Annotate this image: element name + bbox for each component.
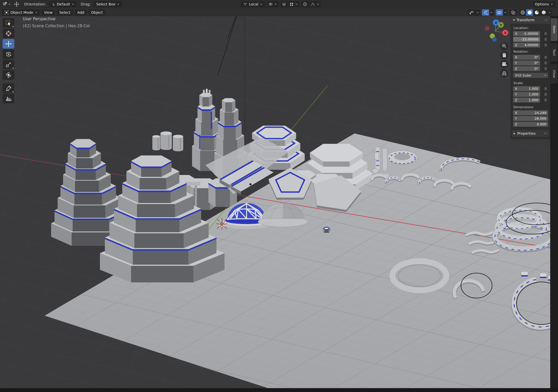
lock-icon[interactable] (544, 87, 547, 90)
proportional-falloff-dropdown[interactable] (309, 1, 321, 7)
select-box-icon (5, 20, 12, 26)
lock-icon[interactable] (544, 98, 547, 102)
options-dropdown[interactable]: Options (533, 1, 555, 7)
svg-text:Z: Z (495, 21, 497, 25)
shading-mode-group (519, 9, 552, 16)
transform-panel-title: Transform (516, 18, 535, 22)
tool-scale[interactable] (3, 60, 14, 69)
material-preview-icon (534, 10, 539, 15)
snap-settings-dropdown[interactable] (288, 1, 299, 7)
chevron-down-icon (477, 12, 479, 13)
selectability-eye-icon (469, 11, 474, 15)
lock-icon[interactable] (544, 93, 547, 96)
active-tool-move-icon[interactable] (14, 1, 19, 7)
sidebar-item-panel: ▼ Transform Location: X -5.00000 -33.000… (511, 16, 550, 139)
menu-object[interactable]: Object (89, 9, 106, 16)
menu-add[interactable]: Add (75, 9, 87, 16)
scale-y-field[interactable]: Y1.000 (513, 92, 540, 97)
axis-z-ball[interactable]: Z (493, 19, 499, 26)
lock-icon[interactable] (544, 56, 547, 59)
tool-settings-bar: Orientation: Default Drag: Select Box (0, 0, 558, 8)
pivot-point-dropdown[interactable] (267, 1, 278, 7)
collapse-triangle-icon: ▼ (513, 19, 515, 21)
dimensions-x-row: X24.249 (513, 110, 550, 115)
scale-z-field[interactable]: Z1.000 (513, 98, 540, 103)
rotation-x-field[interactable]: X0° (513, 55, 540, 60)
rotation-mode-dropdown[interactable]: XYZ Euler (513, 73, 548, 78)
drag-dropdown[interactable]: Select Box (94, 1, 122, 7)
lock-icon[interactable] (544, 43, 547, 47)
tool-measure[interactable] (3, 94, 14, 103)
axis-neg-z-ball[interactable] (492, 37, 497, 42)
transform-orientation-dropdown[interactable]: Local (241, 1, 265, 7)
chevron-down-icon (551, 3, 553, 5)
snap-increment-icon (290, 2, 294, 6)
proportional-editing-toggle[interactable] (301, 1, 309, 7)
scale-x-field[interactable]: X1.000 (513, 86, 540, 91)
tool-move[interactable] (3, 39, 14, 49)
editor-type-button[interactable] (2, 2, 11, 7)
shading-rendered-button[interactable] (540, 9, 547, 16)
tool-cursor[interactable] (3, 29, 14, 38)
lock-icon[interactable] (544, 38, 547, 41)
dimensions-z-row: Z4.000 (513, 122, 550, 127)
navigation-gizmo[interactable]: Y Z X (480, 17, 514, 82)
visibility-dropdown[interactable] (468, 9, 480, 16)
shading-dropdown[interactable] (547, 9, 552, 16)
panel-drag-dots-icon[interactable] (544, 132, 547, 134)
tool-annotate[interactable] (3, 83, 14, 93)
chevron-down-icon (504, 12, 506, 13)
dimensions-label: Dimensions: (513, 105, 550, 109)
pan-button[interactable] (500, 51, 508, 59)
svg-text:X: X (504, 31, 507, 35)
snap-toggle-button[interactable] (281, 1, 288, 7)
axis-neg-x-ball[interactable] (485, 26, 489, 31)
sidebar-tab-tool[interactable]: Tool (551, 43, 557, 62)
tool-select-box[interactable] (3, 18, 14, 28)
viewport-header: Object Mode View Select Add Object (0, 9, 558, 16)
orientation-dropdown[interactable]: Default (49, 1, 77, 7)
chevron-down-icon (295, 3, 298, 5)
panel-drag-dots-icon[interactable] (544, 19, 548, 21)
tool-rotate[interactable] (3, 49, 14, 59)
chevron-down-icon (117, 3, 119, 5)
dimensions-y-field[interactable]: Y28.000 (513, 116, 548, 121)
axis-x-ball[interactable]: X (502, 30, 508, 36)
scale-y-row: Y1.000 (513, 92, 550, 97)
rotation-z-field[interactable]: Z0° (513, 66, 540, 71)
camera-view-button[interactable] (500, 60, 508, 69)
lock-icon[interactable] (544, 61, 547, 65)
chevron-down-icon (548, 12, 551, 13)
shading-solid-button[interactable] (526, 9, 533, 16)
properties-panel-header[interactable]: ▶ Properties (512, 130, 549, 137)
location-label: Location: (513, 26, 550, 30)
tool-transform[interactable] (3, 70, 14, 80)
dimensions-z-field[interactable]: Z4.000 (513, 122, 548, 127)
location-y-field[interactable]: -33.00000 (513, 37, 540, 42)
mode-dropdown[interactable]: Object Mode (2, 9, 40, 16)
shading-wireframe-button[interactable] (519, 9, 526, 16)
rotation-y-row: Y0° (513, 60, 550, 65)
sidebar-tab-view[interactable]: View (551, 64, 557, 84)
transform-panel-header[interactable]: ▼ Transform (511, 16, 550, 24)
sidebar-tab-item[interactable]: Item (551, 18, 557, 41)
location-x-field[interactable]: X -5.00000 (513, 31, 540, 36)
dimensions-x-field[interactable]: X24.249 (513, 110, 548, 115)
lock-icon[interactable] (544, 67, 547, 70)
active-object-text: (42) Scene Collection | Hex-28-Col (23, 24, 90, 28)
location-z-field[interactable]: Z 4.00000 (513, 43, 540, 48)
chevron-down-icon (275, 3, 277, 5)
menu-view[interactable]: View (41, 9, 55, 16)
gizmos-toggle-dropdown[interactable] (482, 9, 494, 16)
menu-select[interactable]: Select (57, 9, 73, 16)
xray-toggle[interactable] (509, 9, 517, 16)
rotation-y-field[interactable]: Y0° (513, 60, 540, 65)
shading-material-button[interactable] (533, 9, 540, 16)
orientation-glyph-icon (243, 2, 247, 6)
lock-icon[interactable] (544, 32, 547, 35)
viewport-3d[interactable] (0, 0, 558, 392)
orthographic-toggle-button[interactable] (500, 69, 508, 78)
overlays-toggle-dropdown[interactable] (496, 9, 507, 16)
chevron-down-icon (260, 3, 262, 5)
zoom-button[interactable] (500, 42, 508, 50)
